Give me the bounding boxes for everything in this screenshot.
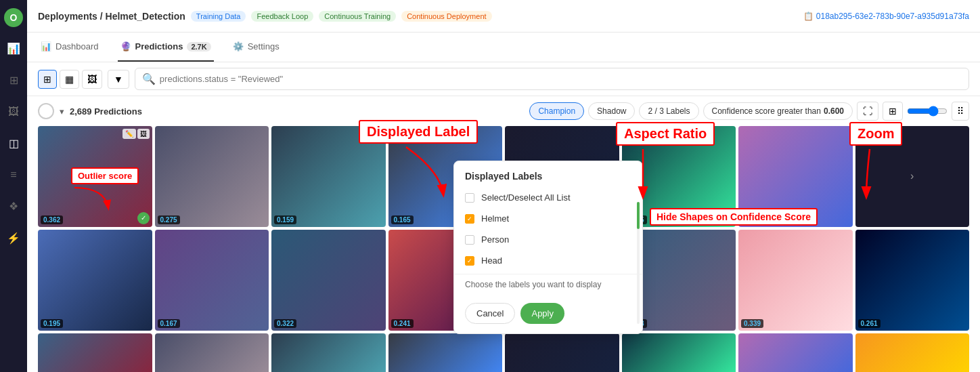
score-badge: 0.339 [741, 319, 763, 328]
tag-feedback-loop: Feedback Loop [251, 11, 313, 22]
select-all-label: Select/Deselect All List [481, 192, 571, 203]
image-cell[interactable] [38, 333, 152, 372]
search-input[interactable] [160, 74, 962, 84]
view-icons: ⊞ ▦ 🖼 [38, 70, 102, 89]
grid-dense-button[interactable]: ⠿ [952, 102, 969, 121]
sidebar-icon-bolt[interactable]: ⚡ [3, 228, 24, 249]
image-cell[interactable] [388, 333, 503, 372]
score-badge: 0.241 [391, 319, 414, 328]
breadcrumb: Deployments / Helmet_Detection [38, 11, 185, 22]
displayed-labels-dropdown: Displayed Labels Select/Deselect All Lis… [453, 161, 643, 334]
champion-pill[interactable]: Champion [529, 102, 584, 120]
filter-button[interactable]: ▼ [108, 70, 129, 89]
app-logo: O [4, 8, 23, 27]
scrollbar-thumb [637, 202, 640, 229]
helmet-checkbox[interactable]: ✓ [465, 214, 474, 224]
sidebar-icon-grid[interactable]: ⊞ [5, 70, 22, 91]
predictions-header: ▾ 2,689 Predictions Champion Shadow 2 / … [27, 96, 980, 126]
cancel-button[interactable]: Cancel [465, 303, 515, 324]
sidebar-icon-dashboard[interactable]: 📊 [3, 38, 24, 59]
score-badge: 0.275 [158, 215, 180, 224]
tab-predictions[interactable]: 🔮 Predictions 2.7K [118, 33, 214, 62]
deployment-id[interactable]: 📋 018ab295-63e2-783b-90e7-a935d91a73fa [803, 12, 969, 21]
score-badge: 0.159 [274, 215, 296, 224]
person-checkbox[interactable] [465, 235, 474, 245]
image-cell[interactable]: 0.381 [738, 126, 853, 227]
select-all-item[interactable]: Select/Deselect All List [454, 187, 642, 208]
image-cell[interactable] [505, 333, 619, 372]
tag-continuous-training: Continuous Training [319, 11, 396, 22]
score-badge: 0.261 [858, 319, 881, 328]
tab-settings[interactable]: ⚙️ Settings [230, 33, 282, 62]
score-badge: 0.381 [741, 215, 763, 224]
toolbar: ⊞ ▦ 🖼 ▼ 🔍 [27, 62, 980, 96]
edit-icon[interactable]: ✏️ [122, 129, 136, 139]
predictions-badge: 2.7K [187, 42, 210, 51]
predictions-count: 2,689 Predictions [70, 106, 142, 117]
labels-pill[interactable]: 2 / 3 Labels [639, 102, 698, 120]
check-badge: ✓ [137, 212, 150, 224]
person-item[interactable]: Person [454, 229, 642, 250]
sidebar: O 📊 ⊞ 🖼 ◫ ≡ ❖ ⚡ [0, 0, 27, 372]
image-cell[interactable]: 0.159 [271, 126, 386, 227]
confidence-filter[interactable]: Confidence score greater than 0.600 [703, 102, 853, 120]
helmet-label: Helmet [481, 213, 509, 224]
status-chevron[interactable]: ▾ [60, 106, 64, 117]
dropdown-actions: Cancel Apply [454, 297, 642, 333]
image-cell[interactable]: 0.275 [155, 126, 269, 227]
sidebar-icon-layers[interactable]: ❖ [5, 196, 22, 217]
tab-dashboard[interactable]: 📊 Dashboard [38, 33, 102, 62]
main-content: Deployments / Helmet_Detection Training … [27, 0, 980, 372]
image-cell[interactable]: 0.167 [155, 230, 269, 331]
app-container: O 📊 ⊞ 🖼 ◫ ≡ ❖ ⚡ Deployments / Helmet_Det… [0, 0, 980, 372]
dropdown-title: Displayed Labels [454, 161, 642, 187]
score-badge: 0.322 [274, 319, 296, 328]
image-cell[interactable] [622, 333, 736, 372]
search-box: 🔍 [135, 68, 969, 90]
image-cell[interactable] [738, 333, 853, 372]
filter-pills: Champion Shadow 2 / 3 Labels Confidence … [529, 102, 969, 121]
image-cell[interactable] [855, 333, 970, 372]
image-cell[interactable]: ✏️ 🖼 0.362 ✓ [38, 126, 152, 227]
image-view-button[interactable]: 🖼 [82, 70, 102, 89]
search-icon: 🔍 [142, 73, 156, 85]
head-checkbox[interactable]: ✓ [465, 256, 474, 266]
select-all-checkbox[interactable] [465, 193, 474, 203]
sidebar-icon-predictions[interactable]: ◫ [5, 133, 23, 154]
expand-icon-button[interactable]: ⛶ [857, 102, 878, 121]
head-item[interactable]: ✓ Head [454, 250, 642, 271]
topbar: Deployments / Helmet_Detection Training … [27, 0, 980, 33]
image-cell[interactable]: 0.261 [855, 230, 970, 331]
image-icon[interactable]: 🖼 [137, 129, 150, 139]
nav-tabs: 📊 Dashboard 🔮 Predictions 2.7K ⚙️ Settin… [27, 33, 980, 62]
tag-training-data: Training Data [191, 11, 246, 22]
person-label: Person [481, 234, 509, 245]
apply-button[interactable]: Apply [520, 303, 564, 324]
score-badge: 0.195 [41, 319, 63, 328]
tag-continuous-deployment: Continuous Deployment [401, 11, 491, 22]
sidebar-icon-image[interactable]: 🖼 [4, 102, 23, 122]
image-cell[interactable]: 0.195 [38, 230, 152, 331]
scrollbar-track [637, 202, 640, 324]
image-cell[interactable] [155, 333, 269, 372]
image-cell[interactable]: › [855, 126, 970, 227]
shadow-pill[interactable]: Shadow [588, 102, 635, 120]
score-badge: 0.167 [158, 319, 180, 328]
image-cell[interactable]: 0.339 [738, 230, 853, 331]
status-circle[interactable] [38, 103, 54, 119]
head-label: Head [481, 255, 502, 266]
edit-icons: ✏️ 🖼 [122, 129, 150, 139]
score-badge: 0.165 [391, 215, 414, 224]
score-badge: 0.362 [41, 215, 63, 224]
helmet-item[interactable]: ✓ Helmet [454, 208, 642, 229]
zoom-slider[interactable] [907, 106, 948, 117]
image-cell[interactable]: 0.322 [271, 230, 386, 331]
sidebar-icon-list[interactable]: ≡ [6, 165, 20, 185]
table-view-button[interactable]: ▦ [60, 70, 79, 89]
layout-icon-button[interactable]: ⊞ [883, 102, 903, 121]
dropdown-hint: Choose the labels you want to display [454, 274, 642, 297]
grid-view-button[interactable]: ⊞ [38, 70, 57, 89]
content-area: ▾ 2,689 Predictions Champion Shadow 2 / … [27, 96, 980, 372]
image-cell[interactable] [271, 333, 386, 372]
